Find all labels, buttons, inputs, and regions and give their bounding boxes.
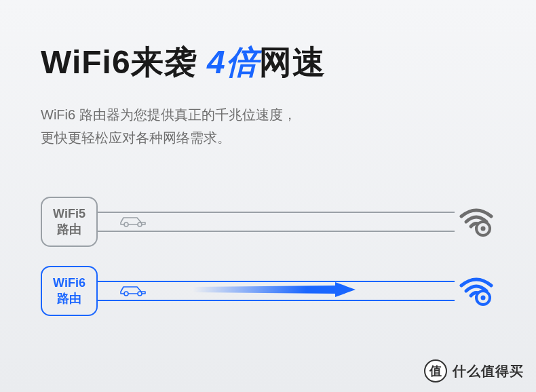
- svg-point-8: [481, 296, 486, 300]
- svg-point-1: [138, 222, 142, 227]
- subtitle-line2: 更快更轻松应对各种网络需求。: [41, 130, 231, 145]
- wifi5-sub: 路由: [57, 222, 81, 237]
- track-wifi5: [98, 212, 455, 232]
- wifi-target-icon: [457, 204, 495, 239]
- car-icon: [118, 214, 148, 230]
- wifi6-name: WiFi6: [53, 275, 85, 291]
- wifi6-sub: 路由: [57, 291, 81, 307]
- badge-wifi6: WiFi6 路由: [41, 266, 98, 316]
- car-icon: [118, 283, 148, 299]
- svg-point-0: [124, 222, 128, 227]
- svg-marker-6: [193, 282, 356, 297]
- row-wifi6: WiFi6 路由: [41, 266, 495, 316]
- main-title: WiFi6来袭 4倍网速: [41, 41, 495, 84]
- wifi-target-icon: [457, 273, 495, 309]
- badge-wifi5: WiFi5 路由: [41, 197, 98, 247]
- watermark-icon: 值: [424, 359, 447, 383]
- wifi5-name: WiFi5: [53, 206, 85, 222]
- track-wifi6: [98, 281, 455, 301]
- subtitle-line1: WiFi6 路由器为您提供真正的千兆位速度，: [41, 107, 296, 122]
- title-prefix: WiFi6来袭: [41, 44, 207, 80]
- watermark-text: 什么值得买: [453, 362, 524, 380]
- title-accent: 4倍: [207, 44, 259, 80]
- speed-diagram: WiFi5 路由: [41, 197, 495, 316]
- svg-point-5: [138, 292, 142, 296]
- subtitle: WiFi6 路由器为您提供真正的千兆位速度， 更快更轻松应对各种网络需求。: [41, 103, 495, 149]
- svg-point-3: [481, 227, 486, 231]
- watermark: 值 什么值得买: [424, 359, 524, 383]
- title-suffix: 网速: [259, 44, 326, 80]
- svg-point-4: [124, 292, 128, 296]
- speed-arrow-icon: [193, 282, 356, 300]
- row-wifi5: WiFi5 路由: [41, 197, 495, 247]
